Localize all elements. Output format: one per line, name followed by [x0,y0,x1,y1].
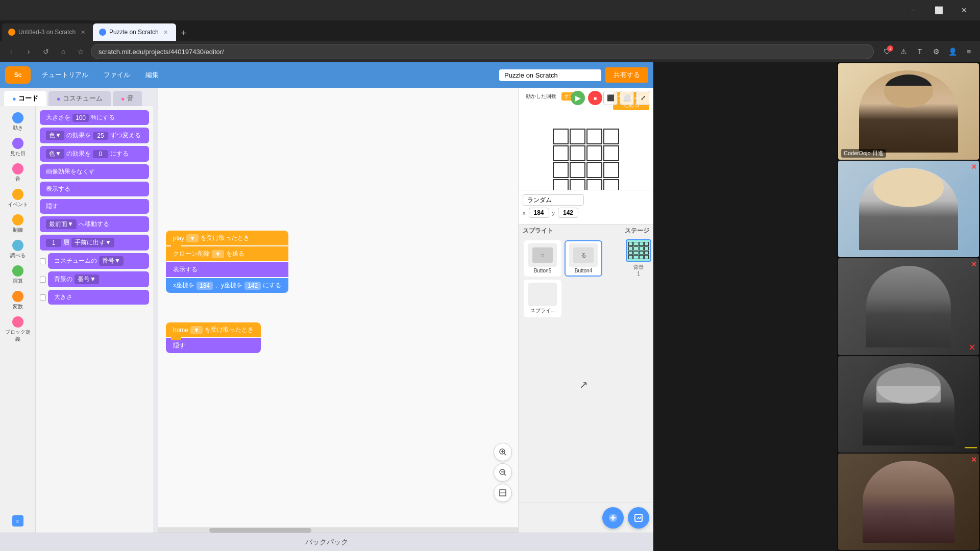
bookmark-button[interactable]: ☆ [74,44,88,59]
block-categories: 動き 見た目 音 イベント [0,106,36,533]
block-costume-checkbox[interactable] [40,258,46,264]
event-dot [12,189,23,200]
block-hide[interactable]: 隠す [40,199,149,214]
nav-edit[interactable]: 編集 [138,67,166,83]
tab-close-1[interactable]: ✕ [79,28,87,36]
zoom-in-button[interactable] [494,443,512,461]
sprite-name-input[interactable] [523,194,584,206]
zoom-fit-button[interactable] [494,484,512,502]
y-input[interactable] [558,208,578,218]
category-event[interactable]: イベント [3,187,33,210]
alert-button[interactable]: ⚠ [896,44,911,59]
mini-cell-13 [628,255,633,259]
event-block-play[interactable]: play ▼ を受け取ったとき [166,231,288,245]
block-effect-drop2[interactable]: 色▼ [46,149,64,159]
tab-sound[interactable]: ● 音 [113,91,142,106]
block-front-drop[interactable]: 最前面▼ [46,219,77,229]
profile-button[interactable]: 👤 [945,44,960,59]
forward-button[interactable]: › [21,44,36,59]
tab-close-2[interactable]: ✕ [162,28,170,36]
tab-puzzle[interactable]: Puzzle on Scratch ✕ [93,23,176,41]
nav-file[interactable]: ファイル [96,67,137,83]
stage-area-label: ステージ [625,227,649,235]
category-sound[interactable]: 音 [3,161,33,185]
tab-code[interactable]: ● コード [4,91,46,106]
maximize-button[interactable]: ⬜ [927,3,950,18]
nav-tutorial[interactable]: チュートリアル [35,67,95,83]
sprite-random[interactable]: スプライ... [524,280,561,317]
back-button[interactable]: ‹ [4,44,18,59]
category-motion[interactable]: 動き [3,110,33,134]
category-list[interactable]: ≡ [3,513,33,529]
sprite-button4[interactable]: る Button4 [565,240,602,277]
url-box[interactable]: scratch.mit.edu/projects/440197430/edito… [91,44,874,59]
play-drop[interactable]: ▼ [186,234,199,242]
block-bg-number[interactable]: 背景の 番号▼ [48,271,149,287]
add-sprite-button[interactable] [602,507,624,529]
block-forward-layers[interactable]: 1 層 手前に出す▼ [40,235,149,251]
backpack-bar[interactable]: バックパック [0,533,653,551]
category-looks[interactable]: 見た目 [3,136,33,159]
block-layers-drop[interactable]: 手前に出す▼ [71,238,114,247]
new-tab-button[interactable]: + [176,26,191,41]
category-variables[interactable]: 変数 [3,289,33,312]
fullscreen-button[interactable]: ⤢ [636,91,650,105]
category-control[interactable]: 制御 [3,212,33,236]
home-button[interactable]: ⌂ [56,44,70,59]
normal-stage-button[interactable]: ⬜ [620,91,634,105]
scratch-logo-text: Sc [14,71,22,79]
block-show-play[interactable]: 表示する [166,262,288,277]
category-myblocks[interactable]: ブロック定義 [3,314,33,345]
block-send-clone-delete[interactable]: クローン削除 ▼ を送る [166,246,288,261]
home-drop[interactable]: ▼ [190,326,203,334]
block-clear-effects[interactable]: 画像効果をなくす [40,164,149,179]
clone-drop[interactable]: ▼ [212,250,224,258]
small-stage-button[interactable]: ⬛ [603,91,618,105]
tab-untitled[interactable]: Untitled-3 on Scratch ✕ [2,23,93,41]
stage-mini[interactable] [626,239,651,262]
block-effect-drop1[interactable]: 色▼ [46,131,64,140]
share-button[interactable]: 共有する [605,67,648,83]
block-costume-number[interactable]: コスチュームの 番号▼ [48,253,149,269]
menu-button[interactable]: ≡ [962,44,976,59]
looks-dot [12,138,23,149]
stop-button[interactable]: ■ [588,91,602,105]
x-input[interactable] [529,208,549,218]
category-operators[interactable]: 演算 [3,263,33,287]
minimize-button[interactable]: – [901,3,925,18]
add-background-button[interactable] [628,507,649,529]
block-hide-home[interactable]: 隠す [166,338,261,353]
y-label: y [552,210,555,216]
translate-button[interactable]: T [913,44,927,59]
block-bg-checkbox[interactable] [40,277,46,283]
block-set-size[interactable]: 大きさを 100 %にする [40,110,149,125]
project-name-input[interactable] [499,69,601,81]
block-size[interactable]: 大きさ [48,290,149,305]
tab-costume[interactable]: ● コスチューム [48,91,111,106]
category-sensing[interactable]: 調べる [3,238,33,261]
block-costume-drop[interactable]: 番号▼ [99,256,124,266]
zoom-out-button[interactable] [494,463,512,482]
extensions-button[interactable]: ⚙ [929,44,943,59]
block-goto-front[interactable]: 最前面▼ へ移動する [40,216,149,232]
sprite-button5[interactable]: ◻ Button5 [524,240,561,277]
tab-code-label: コード [18,94,38,103]
block-set-xy[interactable]: x座標を 184 、y座標を 142 にする [166,278,288,293]
block-set-effect[interactable]: 色▼ の効果を 0 にする [40,146,149,162]
block-change-effect[interactable]: 色▼ の効果を 25 ずつ変える [40,128,149,143]
scrollbar-horizontal[interactable] [158,528,518,533]
person-1 [859,70,958,153]
brave-shield-button[interactable]: 🛡 1 [880,44,894,59]
setxy-val-y: 142 [244,282,261,290]
block-size-checkbox[interactable] [40,294,46,300]
block-show[interactable]: 表示する [40,182,149,196]
reload-button[interactable]: ↺ [39,44,53,59]
green-flag-button[interactable]: ▶ [571,91,585,105]
block-front-text: へ移動する [79,220,109,229]
sprites-label: スプライト [523,227,622,235]
puzzle-cell-1 [553,129,569,144]
block-bg-drop[interactable]: 番号▼ [75,274,99,284]
code-area[interactable]: play ▼ を受け取ったとき クローン削除 ▼ を送る 表示する x座標を 1… [158,88,518,533]
event-block-home[interactable]: home ▼ を受け取ったとき [166,322,261,337]
close-button[interactable]: ✕ [952,3,976,18]
